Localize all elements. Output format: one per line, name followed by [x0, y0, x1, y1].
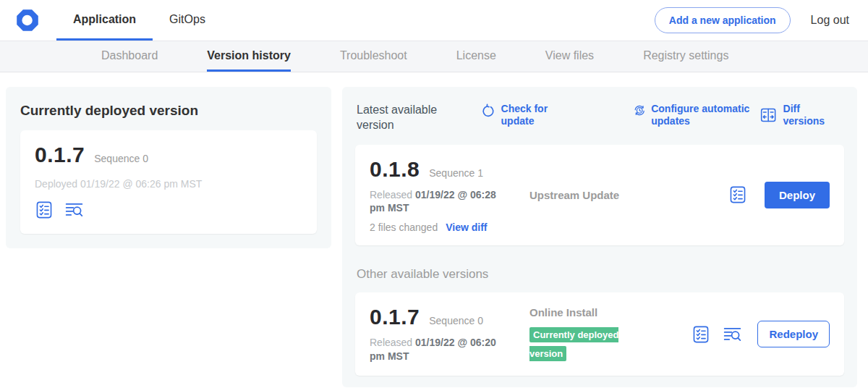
deployed-date-label: Deployed 01/19/22 @ 06:26 pm MST	[35, 178, 302, 190]
add-new-application-button[interactable]: Add a new application	[655, 7, 791, 33]
main-content: Currently deployed version 0.1.7 Sequenc…	[0, 72, 868, 387]
preflight-checklist-icon[interactable]	[35, 201, 54, 219]
other-version-card: 0.1.7 Sequence 0 Released 01/19/22 @ 06:…	[355, 292, 844, 376]
latest-available-panel: Latest available version Check for updat…	[342, 87, 857, 387]
subnav-item-dashboard[interactable]: Dashboard	[101, 41, 158, 72]
app-logo-icon	[14, 7, 41, 33]
latest-version-number: 0.1.8	[370, 157, 420, 182]
deployed-version-number: 0.1.7	[35, 143, 85, 167]
latest-released-line: Released 01/19/22 @ 06:28 pm MST	[370, 188, 510, 216]
latest-sequence-label: Sequence 1	[429, 167, 483, 179]
latest-source-label: Upstream Update	[529, 189, 728, 201]
configure-automatic-updates-action[interactable]: Configure automatic updates	[634, 103, 760, 127]
diff-versions-label: Diff versions	[783, 103, 843, 127]
configure-automatic-updates-label: Configure automatic updates	[651, 103, 760, 127]
subnav-item-registry-settings[interactable]: Registry settings	[643, 41, 728, 72]
other-released-line: Released 01/19/22 @ 06:20 pm MST	[370, 336, 510, 363]
preflight-checklist-icon[interactable]	[728, 185, 747, 204]
latest-version-card: 0.1.8 Sequence 1 Released 01/19/22 @ 06:…	[355, 145, 844, 246]
released-prefix: Released	[370, 337, 412, 348]
other-sequence-label: Sequence 0	[429, 315, 483, 326]
diff-versions-action[interactable]: Diff versions	[760, 103, 843, 127]
redeploy-button[interactable]: Redeploy	[757, 321, 830, 347]
subnav-item-version-history[interactable]: Version history	[207, 41, 291, 72]
currently-deployed-badge: Currently deployed version	[529, 327, 618, 361]
deploy-button[interactable]: Deploy	[765, 182, 830, 208]
view-logs-icon[interactable]	[723, 325, 742, 344]
latest-available-title: Latest available version	[357, 103, 464, 133]
subnav-item-troubleshoot[interactable]: Troubleshoot	[340, 41, 407, 72]
check-for-update-label: Check for update	[501, 103, 582, 127]
app-logo	[14, 0, 41, 41]
currently-deployed-title: Currently deployed version	[20, 103, 317, 119]
currently-deployed-badge-wrap: Currently deployed version	[529, 325, 632, 362]
logout-link[interactable]: Log out	[811, 14, 849, 27]
top-tabs: Application GitOps	[56, 0, 222, 41]
view-diff-link[interactable]: View diff	[446, 222, 487, 233]
subnav-item-view-files[interactable]: View files	[545, 41, 594, 72]
refresh-icon	[481, 103, 495, 118]
app-subnav: Dashboard Version history Troubleshoot L…	[0, 41, 868, 72]
tab-application[interactable]: Application	[56, 0, 153, 41]
preflight-checklist-icon[interactable]	[692, 325, 710, 344]
deployed-sequence-label: Sequence 0	[94, 153, 148, 164]
topbar: Application GitOps Add a new application…	[0, 0, 868, 41]
check-for-update-action[interactable]: Check for update	[481, 103, 582, 127]
topbar-right: Add a new application Log out	[655, 0, 849, 41]
other-source-label: Online Install	[529, 306, 692, 319]
auto-update-clock-icon	[634, 103, 645, 118]
diff-versions-icon	[760, 106, 777, 124]
other-version-number: 0.1.7	[370, 305, 420, 329]
currently-deployed-panel: Currently deployed version 0.1.7 Sequenc…	[6, 87, 331, 248]
released-prefix: Released	[370, 189, 412, 201]
deployed-version-card: 0.1.7 Sequence 0 Deployed 01/19/22 @ 06:…	[20, 130, 317, 234]
subnav-item-license[interactable]: License	[456, 41, 496, 72]
view-logs-icon[interactable]	[64, 201, 84, 219]
latest-panel-header: Latest available version Check for updat…	[355, 103, 844, 133]
other-available-versions-heading: Other available versions	[355, 267, 844, 282]
tab-gitops[interactable]: GitOps	[153, 0, 222, 41]
files-changed-label: 2 files changed	[370, 222, 438, 233]
